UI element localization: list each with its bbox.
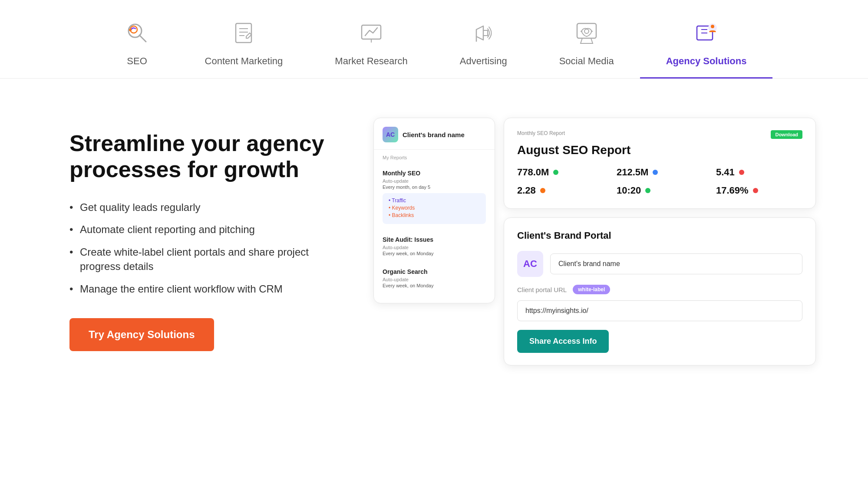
metric-dot-4 — [645, 188, 650, 193]
nav-tabs: SEO Content Marketing Market Research — [0, 0, 868, 79]
portal-url-row: Client portal URL white-label — [517, 285, 802, 294]
svg-point-22 — [711, 25, 714, 28]
metric-item-1: 212.5M — [617, 167, 703, 178]
report-item-sub-0: Auto-update — [383, 178, 486, 184]
keyword-backlinks: Backlinks — [389, 212, 480, 218]
report-item-schedule-0: Every month, on day 5 — [383, 184, 486, 190]
svg-rect-13 — [577, 23, 596, 38]
metric-dot-1 — [653, 170, 658, 175]
metric-dot-5 — [753, 188, 758, 193]
tab-advertising[interactable]: Advertising — [434, 13, 533, 79]
market-research-icon — [356, 17, 387, 49]
report-main-area: Monthly SEO Report Download August SEO R… — [504, 118, 816, 365]
bullet-item-3: Create white-label client portals and sh… — [69, 245, 339, 274]
metric-item-2: 5.41 — [716, 167, 802, 178]
metric-value-1: 212.5M — [617, 167, 648, 178]
cta-button[interactable]: Try Agency Solutions — [69, 318, 214, 351]
brand-portal-icon: AC — [517, 251, 543, 277]
brand-input-row: AC — [517, 251, 802, 277]
content-marketing-icon — [228, 17, 259, 49]
report-item-site-audit[interactable]: Site Audit: Issues Auto-update Every wee… — [374, 230, 495, 262]
download-badge[interactable]: Download — [771, 130, 802, 139]
portal-url-label: Client portal URL — [517, 286, 567, 293]
share-access-info-button[interactable]: Share Access Info — [517, 330, 609, 353]
keyword-keywords: Keywords — [389, 205, 480, 211]
brand-name-input[interactable] — [550, 253, 802, 274]
hero-heading: Streamline your agency processes for gro… — [69, 131, 339, 183]
brand-portal-title: Client's Brand Portal — [517, 230, 802, 241]
metric-dot-0 — [553, 170, 558, 175]
svg-line-2 — [139, 35, 146, 42]
social-media-icon — [571, 17, 602, 49]
tab-social-media[interactable]: Social Media — [533, 13, 640, 79]
bullet-list: Get quality leads regularly Automate cli… — [69, 200, 339, 296]
agency-solutions-icon — [691, 17, 722, 49]
report-item-title-2: Organic Search — [383, 268, 486, 275]
tab-seo[interactable]: SEO — [96, 13, 179, 79]
keyword-traffic: Traffic — [389, 197, 480, 204]
right-panel: AC Client's brand name My Reports Monthl… — [373, 113, 816, 365]
sidebar-section-label: My Reports — [374, 155, 495, 164]
report-item-organic-search[interactable]: Organic Search Auto-update Every week, o… — [374, 262, 495, 294]
seo-report-card: Monthly SEO Report Download August SEO R… — [504, 118, 816, 209]
bullet-item-2: Automate client reporting and pitching — [69, 222, 339, 237]
metrics-grid: 778.0M 212.5M 5.41 2.28 — [517, 167, 802, 196]
tab-advertising-label: Advertising — [460, 56, 507, 67]
sidebar-brand-name: Client's brand name — [403, 131, 465, 138]
report-item-title-1: Site Audit: Issues — [383, 236, 486, 243]
reports-sidebar: AC Client's brand name My Reports Monthl… — [373, 118, 495, 303]
tab-agency-solutions-label: Agency Solutions — [666, 56, 747, 67]
metric-dot-2 — [739, 170, 744, 175]
tab-agency-solutions[interactable]: Agency Solutions — [640, 13, 773, 79]
white-label-badge: white-label — [573, 285, 610, 294]
tab-content-marketing-label: Content Marketing — [205, 56, 283, 67]
metric-item-3: 2.28 — [517, 185, 604, 196]
tab-seo-label: SEO — [127, 56, 147, 67]
metric-dot-3 — [540, 188, 545, 193]
tab-content-marketing[interactable]: Content Marketing — [179, 13, 309, 79]
portal-url-input[interactable] — [517, 300, 802, 321]
tab-market-research[interactable]: Market Research — [309, 13, 434, 79]
bullet-item-4: Manage the entire client workflow with C… — [69, 282, 339, 296]
metric-value-5: 17.69% — [716, 185, 749, 196]
bullet-item-1: Get quality leads regularly — [69, 200, 339, 215]
svg-rect-11 — [483, 30, 488, 36]
metric-item-0: 778.0M — [517, 167, 604, 178]
report-item-monthly-seo[interactable]: Monthly SEO Auto-update Every month, on … — [374, 164, 495, 230]
metric-item-4: 10:20 — [617, 185, 703, 196]
report-item-keywords: Traffic Keywords Backlinks — [383, 193, 486, 224]
report-card-header: Monthly SEO Report Download — [517, 130, 802, 141]
report-item-sub-1: Auto-update — [383, 245, 486, 250]
report-item-title-0: Monthly SEO — [383, 170, 486, 177]
tab-market-research-label: Market Research — [335, 56, 408, 67]
left-panel: Streamline your agency processes for gro… — [69, 113, 339, 351]
report-tab-label: Monthly SEO Report — [517, 130, 565, 136]
metric-value-0: 778.0M — [517, 167, 549, 178]
brand-avatar: AC — [383, 127, 398, 142]
report-item-schedule-1: Every week, on Monday — [383, 251, 486, 256]
main-content: Streamline your agency processes for gro… — [0, 79, 868, 391]
seo-icon — [122, 17, 153, 49]
svg-point-14 — [584, 29, 589, 33]
report-item-schedule-2: Every week, on Monday — [383, 283, 486, 288]
metric-item-5: 17.69% — [716, 185, 802, 196]
metric-value-2: 5.41 — [716, 167, 735, 178]
tab-social-media-label: Social Media — [559, 56, 614, 67]
brand-portal-card: Client's Brand Portal AC Client portal U… — [504, 217, 816, 365]
metric-value-4: 10:20 — [617, 185, 641, 196]
report-title: August SEO Report — [517, 143, 802, 157]
sidebar-header: AC Client's brand name — [374, 127, 495, 150]
svg-point-3 — [129, 29, 132, 31]
metric-value-3: 2.28 — [517, 185, 536, 196]
report-item-sub-2: Auto-update — [383, 277, 486, 282]
advertising-icon — [468, 17, 499, 49]
